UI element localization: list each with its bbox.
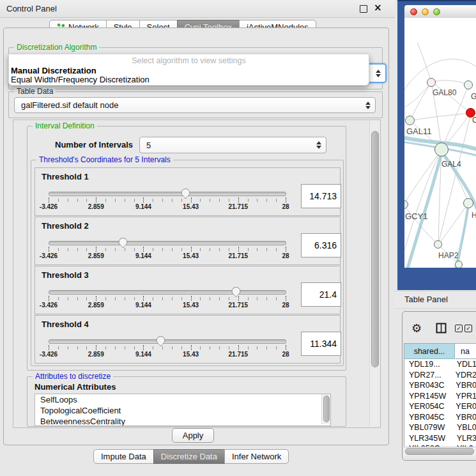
network-canvas[interactable]: GAL80 G C GAL11 GAL4 GCY1 H HAP2 bbox=[404, 18, 476, 268]
control-panel-title: Control Panel bbox=[6, 4, 57, 13]
attributes-legend: Attributes to discretize bbox=[33, 372, 113, 381]
threshold-1-panel: Threshold 1 -3.4262.8599.14415.4321.7152… bbox=[35, 167, 341, 216]
combo-arrows-icon bbox=[316, 141, 321, 149]
interval-definition-legend: Interval Definition bbox=[33, 121, 97, 130]
threshold-3-value-field[interactable]: 21.4 bbox=[301, 282, 341, 307]
tab-infer-network[interactable]: Infer Network bbox=[224, 449, 289, 464]
table-data-combobox[interactable]: galFiltered.sif default node bbox=[14, 97, 376, 113]
node-label-hap2: HAP2 bbox=[438, 251, 458, 260]
combo-arrows-icon bbox=[365, 102, 371, 109]
list-item[interactable]: BetweennessCentrality bbox=[35, 416, 330, 426]
algorithm-placeholder: Select algorithm to view settings bbox=[9, 56, 369, 65]
float-window-icon[interactable] bbox=[360, 5, 367, 13]
menu-item-manual-discretization[interactable]: Manual Discretization bbox=[11, 66, 96, 75]
threshold-2-slider[interactable] bbox=[49, 241, 286, 245]
numerical-attributes-list[interactable]: SelfLoops TopologicalCoefficient Between… bbox=[35, 394, 331, 426]
network-node[interactable] bbox=[427, 78, 436, 87]
table-row[interactable]: YDL19...YDL1 bbox=[404, 360, 476, 371]
algorithm-dropdown-popup: Select algorithm to view settings Manual… bbox=[8, 54, 369, 86]
column-header-name[interactable]: na bbox=[456, 344, 476, 359]
screen: Control Panel × Network Style Select Cyn… bbox=[0, 0, 476, 476]
table-row[interactable]: YBR045CYBR0 bbox=[404, 413, 476, 424]
node-label-gal80: GAL80 bbox=[433, 88, 456, 97]
table-row[interactable]: YBR043CYBR0 bbox=[404, 381, 476, 392]
control-panel-titlebar bbox=[0, 0, 395, 18]
threshold-1-value-field[interactable]: 14.713 bbox=[301, 184, 341, 208]
network-node[interactable] bbox=[405, 116, 415, 125]
table-row[interactable]: YLR345WYLR3 bbox=[404, 434, 476, 445]
node-label-gal4: GAL4 bbox=[441, 160, 461, 169]
network-node[interactable] bbox=[434, 240, 442, 249]
number-of-intervals-combobox[interactable]: 5 bbox=[139, 137, 326, 153]
tab-discretize-data[interactable]: Discretize Data bbox=[153, 449, 225, 464]
close-icon[interactable]: × bbox=[374, 2, 382, 13]
checkbox-icon[interactable]: ✓ bbox=[455, 325, 463, 332]
scrollbar-thumb[interactable] bbox=[323, 395, 330, 422]
threshold-2-panel: Threshold 2 -3.4262.8599.14415.4321.7152… bbox=[35, 217, 341, 265]
menu-item-equal-width-frequency[interactable]: Equal Width/Frequency Discretization bbox=[11, 75, 150, 84]
minimize-window-icon[interactable] bbox=[422, 8, 429, 15]
combo-arrows-icon bbox=[375, 70, 381, 77]
split-columns-icon[interactable] bbox=[436, 323, 447, 334]
discretization-algorithm-legend: Discretization Algorithm bbox=[14, 43, 99, 52]
table-row[interactable]: YER054CYER0 bbox=[404, 402, 476, 413]
node-label-gcy1: GCY1 bbox=[405, 211, 427, 221]
network-node[interactable] bbox=[455, 261, 463, 268]
gear-icon[interactable]: ⚙ bbox=[411, 321, 422, 335]
threshold-4-value-field[interactable]: 11.344 bbox=[301, 332, 341, 356]
threshold-3-slider[interactable] bbox=[49, 290, 286, 295]
checkbox-icon[interactable]: ✓ bbox=[464, 325, 472, 332]
numerical-attributes-label: Numerical Attributes bbox=[35, 382, 116, 392]
node-attribute-table[interactable]: shared... na YDL19...YDL1 YDR27...YDR2 Y… bbox=[404, 343, 476, 449]
column-header-shared-name[interactable]: shared... bbox=[404, 344, 455, 359]
scrollbar-thumb[interactable] bbox=[405, 448, 474, 455]
tab-impute-data[interactable]: Impute Data bbox=[93, 449, 154, 464]
table-data-legend: Table Data bbox=[14, 87, 56, 96]
network-node[interactable] bbox=[434, 142, 449, 157]
scrollbar-thumb[interactable] bbox=[371, 131, 379, 367]
zoom-window-icon[interactable] bbox=[433, 8, 440, 15]
node-label-gal11: GAL11 bbox=[406, 127, 432, 136]
threshold-2-value-field[interactable]: 6.316 bbox=[301, 233, 341, 257]
table-row[interactable]: YBL079WYBL0 bbox=[404, 423, 476, 434]
close-window-icon[interactable] bbox=[410, 8, 417, 15]
network-window-titlebar bbox=[404, 5, 476, 18]
network-node[interactable] bbox=[463, 198, 473, 208]
table-data-value: galFiltered.sif default node bbox=[15, 100, 365, 110]
table-panel-title: Table Panel bbox=[404, 295, 448, 304]
cyni-mode-tabs: Impute Data Discretize Data Infer Networ… bbox=[93, 449, 289, 464]
threshold-1-slider[interactable] bbox=[49, 192, 286, 196]
network-node[interactable] bbox=[464, 81, 473, 89]
threshold-4-slider[interactable] bbox=[49, 339, 286, 344]
threshold-3-panel: Threshold 3 -3.4262.8599.14415.4321.7152… bbox=[35, 266, 341, 314]
node-label-partial: H bbox=[472, 211, 476, 220]
number-of-intervals-value: 5 bbox=[140, 141, 316, 150]
threshold-4-panel: Threshold 4 -3.4262.8599.14415.4321.7152… bbox=[35, 315, 341, 364]
table-row[interactable]: YDR27...YDR2 bbox=[404, 371, 476, 381]
list-item[interactable]: TopologicalCoefficient bbox=[35, 405, 330, 416]
list-scrollbar[interactable] bbox=[321, 394, 330, 424]
thresholds-legend: Threshold's Coordinates for 5 Intervals bbox=[36, 155, 173, 164]
list-item[interactable]: SelfLoops bbox=[35, 394, 330, 405]
table-row[interactable]: YPR145WYPR1 bbox=[404, 392, 476, 403]
number-of-intervals-label: Number of Intervals bbox=[55, 140, 133, 150]
node-label-partial: G bbox=[471, 92, 476, 101]
apply-button[interactable]: Apply bbox=[172, 428, 214, 443]
node-label-partial: C bbox=[472, 116, 476, 125]
vertical-scrollbar[interactable] bbox=[369, 120, 380, 426]
